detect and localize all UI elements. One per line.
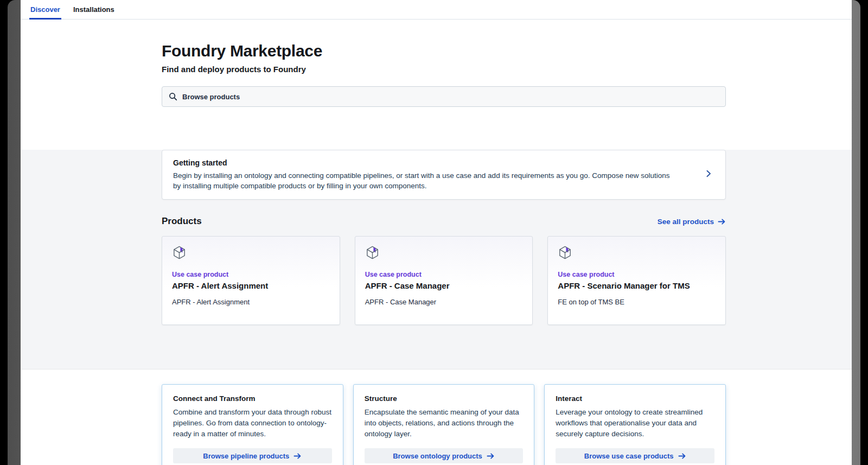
product-description: FE on top of TMS BE (558, 298, 716, 306)
getting-started-card[interactable]: Getting started Begin by installing an o… (162, 150, 726, 200)
product-badge: Use case product (365, 271, 523, 278)
product-cube-icon (558, 245, 572, 260)
products-heading: Products (162, 216, 202, 227)
category-description: Leverage your ontology to create streaml… (556, 407, 714, 439)
product-description: APFR - Case Manager (365, 298, 523, 306)
category-section: Connect and Transform Combine and transf… (21, 370, 852, 465)
category-description: Encapsulate the semantic meaning of your… (365, 407, 524, 439)
arrow-right-icon (678, 452, 686, 460)
tab-installations[interactable]: Installations (72, 0, 116, 19)
chevron-right-icon[interactable] (705, 170, 712, 180)
category-title: Structure (365, 394, 524, 403)
tab-discover[interactable]: Discover (29, 0, 61, 19)
product-badge: Use case product (558, 271, 716, 278)
page-title: Foundry Marketplace (162, 20, 726, 61)
tab-bar: Discover Installations (21, 0, 852, 20)
see-all-products-label: See all products (658, 218, 714, 226)
product-badge: Use case product (172, 271, 330, 278)
category-card-connect-transform: Connect and Transform Combine and transf… (162, 384, 343, 465)
product-title: APFR - Case Manager (365, 281, 523, 290)
arrow-right-icon (487, 452, 495, 460)
product-title: APFR - Scenario Manager for TMS (558, 281, 716, 290)
product-title: APFR - Alert Assignment (172, 281, 330, 290)
products-header: Products See all products (162, 216, 726, 227)
page-subtitle: Find and deploy products to Foundry (162, 65, 726, 74)
active-tab-underline (29, 18, 61, 20)
see-all-products-link[interactable]: See all products (658, 218, 726, 226)
product-card-case-manager[interactable]: Use case product APFR - Case Manager APF… (355, 236, 533, 325)
product-description: APFR - Alert Assignment (172, 298, 330, 306)
marketplace-band: Getting started Begin by installing an o… (21, 150, 852, 370)
tab-discover-label: Discover (30, 5, 60, 14)
category-description: Combine and transform your data through … (173, 407, 332, 439)
search-box[interactable] (162, 86, 726, 107)
browse-button-label: Browse pipeline products (203, 452, 289, 460)
getting-started-title: Getting started (173, 158, 676, 167)
getting-started-body: Begin by installing an ontology and conn… (173, 170, 676, 191)
product-card-alert-assignment[interactable]: Use case product APFR - Alert Assignment… (162, 236, 340, 325)
product-cube-icon (172, 245, 187, 260)
app-window: Discover Installations Foundry Marketpla… (21, 0, 852, 465)
category-title: Interact (556, 394, 714, 403)
browse-pipeline-products-button[interactable]: Browse pipeline products (173, 448, 332, 463)
browse-ontology-products-button[interactable]: Browse ontology products (365, 448, 524, 463)
hero-section: Foundry Marketplace Find and deploy prod… (21, 20, 852, 130)
product-cube-icon (365, 245, 380, 260)
search-icon (169, 92, 177, 101)
search-input[interactable] (182, 93, 719, 101)
browse-use-case-products-button[interactable]: Browse use case products (556, 448, 714, 463)
arrow-right-icon (718, 218, 726, 226)
tab-installations-label: Installations (73, 5, 114, 14)
browse-button-label: Browse ontology products (393, 452, 482, 460)
product-card-row: Use case product APFR - Alert Assignment… (162, 236, 726, 325)
browse-button-label: Browse use case products (584, 452, 674, 460)
category-title: Connect and Transform (173, 394, 332, 403)
category-card-row: Connect and Transform Combine and transf… (162, 384, 726, 465)
category-card-interact: Interact Leverage your ontology to creat… (544, 384, 726, 465)
arrow-right-icon (293, 452, 302, 460)
category-card-structure: Structure Encapsulate the semantic meani… (353, 384, 535, 465)
device-bezel: Discover Installations Foundry Marketpla… (8, 0, 860, 465)
product-card-scenario-manager[interactable]: Use case product APFR - Scenario Manager… (547, 236, 726, 325)
screenshot-viewport: Discover Installations Foundry Marketpla… (0, 0, 868, 465)
